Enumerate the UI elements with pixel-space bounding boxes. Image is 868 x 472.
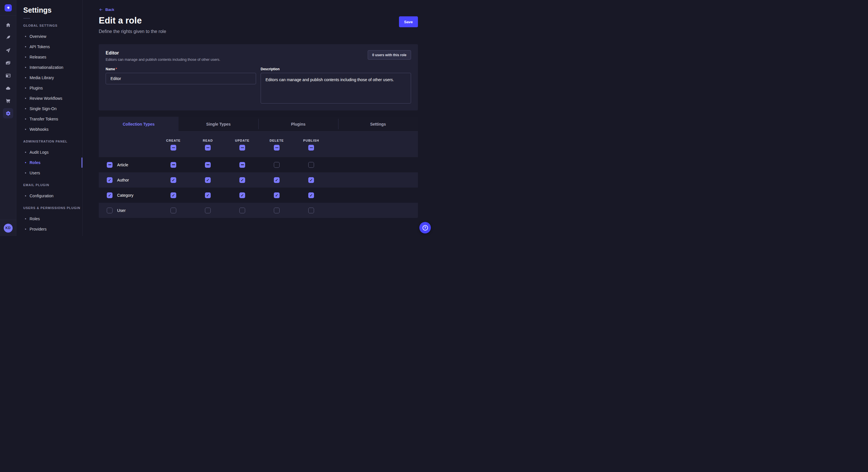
row-checkbox-user[interactable] bbox=[107, 208, 113, 213]
row-label: User bbox=[117, 208, 126, 213]
bullet-icon bbox=[25, 229, 26, 230]
sidebar-item-roles-up[interactable]: Roles bbox=[23, 214, 82, 224]
column-checkboxes-row bbox=[99, 145, 418, 150]
category-create-checkbox[interactable] bbox=[170, 193, 176, 198]
sidebar-item-api-tokens[interactable]: API Tokens bbox=[23, 42, 82, 52]
article-delete-checkbox[interactable] bbox=[274, 162, 280, 168]
user-delete-checkbox[interactable] bbox=[274, 208, 280, 213]
column-labels-row: CREATE READ UPDATE DELETE PUBLISH bbox=[99, 139, 418, 142]
save-button[interactable]: Save bbox=[399, 16, 418, 27]
bullet-icon bbox=[25, 98, 26, 99]
author-create-checkbox[interactable] bbox=[170, 177, 176, 183]
sidebar-item-overview[interactable]: Overview bbox=[23, 31, 82, 42]
title-divider bbox=[23, 18, 30, 19]
sidebar-item-media-library[interactable]: Media Library bbox=[23, 72, 82, 83]
name-input[interactable]: Editor bbox=[105, 73, 256, 84]
app-strip-footer: KD bbox=[0, 220, 16, 236]
back-label: Back bbox=[105, 7, 114, 12]
sidebar-item-releases[interactable]: Releases bbox=[23, 52, 82, 62]
author-update-checkbox[interactable] bbox=[239, 177, 245, 183]
bullet-icon bbox=[25, 152, 26, 153]
media-library-icon[interactable] bbox=[3, 58, 13, 68]
user-read-checkbox[interactable] bbox=[205, 208, 211, 213]
select-all-publish-checkbox[interactable] bbox=[308, 145, 314, 150]
user-update-checkbox[interactable] bbox=[239, 208, 245, 213]
sidebar-item-providers[interactable]: Providers bbox=[23, 224, 82, 234]
author-read-checkbox[interactable] bbox=[205, 177, 211, 183]
select-all-update-checkbox[interactable] bbox=[239, 145, 245, 150]
user-publish-checkbox[interactable] bbox=[308, 208, 314, 213]
column-header-update: UPDATE bbox=[235, 139, 249, 142]
column-header-read: READ bbox=[203, 139, 213, 142]
bullet-icon bbox=[25, 77, 26, 78]
row-checkbox-author[interactable] bbox=[107, 177, 113, 183]
sidebar-item-single-sign-on[interactable]: Single Sign-On bbox=[23, 103, 82, 114]
tab-plugins[interactable]: Plugins bbox=[258, 117, 338, 132]
sidebar-item-webhooks[interactable]: Webhooks bbox=[23, 124, 82, 134]
arrow-left-icon bbox=[99, 7, 103, 12]
bullet-icon bbox=[25, 46, 26, 47]
cloud-icon[interactable] bbox=[3, 83, 13, 93]
row-label: Article bbox=[117, 163, 128, 167]
nav-section-global: Overview API Tokens Releases Internation… bbox=[23, 31, 82, 134]
sidebar-item-audit-logs[interactable]: Audit Logs bbox=[23, 147, 82, 158]
settings-gear-icon[interactable] bbox=[3, 108, 13, 119]
strapi-logo[interactable] bbox=[5, 4, 12, 11]
author-delete-checkbox[interactable] bbox=[274, 177, 280, 183]
main-content: Back Edit a role Define the rights given… bbox=[83, 0, 434, 236]
sidebar-item-roles-admin[interactable]: Roles bbox=[23, 158, 82, 168]
sidebar-item-internationalization[interactable]: Internationalization bbox=[23, 62, 82, 72]
column-header-create: CREATE bbox=[166, 139, 181, 142]
required-asterisk: * bbox=[116, 67, 117, 71]
row-checkbox-category[interactable] bbox=[107, 193, 113, 198]
description-textarea[interactable]: Editors can manage and publish contents … bbox=[260, 73, 411, 103]
permissions-card: Collection Types Single Types Plugins Se… bbox=[99, 117, 418, 218]
user-create-checkbox[interactable] bbox=[170, 208, 176, 213]
nav-section-heading-admin-panel: ADMINISTRATION PANEL bbox=[23, 139, 82, 143]
sidebar-item-plugins[interactable]: Plugins bbox=[23, 83, 82, 93]
article-create-checkbox[interactable] bbox=[170, 162, 176, 168]
page-subtitle: Define the rights given to the role bbox=[99, 29, 166, 34]
row-checkbox-article[interactable] bbox=[107, 162, 113, 168]
layout-builder-icon[interactable] bbox=[3, 70, 13, 80]
content-feather-icon[interactable] bbox=[3, 32, 13, 43]
back-link[interactable]: Back bbox=[99, 7, 114, 12]
bullet-icon bbox=[25, 162, 26, 163]
active-indicator bbox=[82, 158, 82, 168]
category-update-checkbox[interactable] bbox=[239, 193, 245, 198]
app-logo-section bbox=[0, 0, 16, 16]
sidebar-item-configuration[interactable]: Configuration bbox=[23, 191, 82, 201]
bullet-icon bbox=[25, 36, 26, 37]
article-read-checkbox[interactable] bbox=[205, 162, 211, 168]
page-title: Edit a role bbox=[99, 16, 166, 26]
bullet-icon bbox=[25, 88, 26, 89]
permissions-tabbar: Collection Types Single Types Plugins Se… bbox=[99, 117, 418, 132]
bullet-icon bbox=[25, 172, 26, 173]
nav-section-heading-email-plugin: EMAIL PLUGIN bbox=[23, 183, 82, 187]
table-row-user: User bbox=[99, 203, 418, 218]
home-icon[interactable] bbox=[3, 20, 13, 30]
users-with-role-badge[interactable]: 0 users with this role bbox=[368, 50, 411, 60]
tab-collection-types[interactable]: Collection Types bbox=[99, 117, 179, 132]
sidebar-item-users[interactable]: Users bbox=[23, 168, 82, 178]
category-read-checkbox[interactable] bbox=[205, 193, 211, 198]
send-plane-icon[interactable] bbox=[3, 45, 13, 55]
select-all-delete-checkbox[interactable] bbox=[274, 145, 280, 150]
category-publish-checkbox[interactable] bbox=[308, 193, 314, 198]
tab-single-types[interactable]: Single Types bbox=[179, 117, 258, 132]
permissions-header: CREATE READ UPDATE DELETE PUBLISH bbox=[99, 132, 418, 157]
sidebar-item-review-workflows[interactable]: Review Workflows bbox=[23, 93, 82, 103]
author-publish-checkbox[interactable] bbox=[308, 177, 314, 183]
category-delete-checkbox[interactable] bbox=[274, 193, 280, 198]
bullet-icon bbox=[25, 67, 26, 68]
help-button[interactable] bbox=[420, 222, 431, 233]
description-field: Description Editors can manage and publi… bbox=[260, 67, 411, 103]
tab-settings[interactable]: Settings bbox=[338, 117, 418, 132]
select-all-create-checkbox[interactable] bbox=[170, 145, 176, 150]
sidebar-item-transfer-tokens[interactable]: Transfer Tokens bbox=[23, 114, 82, 124]
user-avatar[interactable]: KD bbox=[4, 224, 12, 233]
select-all-read-checkbox[interactable] bbox=[205, 145, 211, 150]
marketplace-cart-icon[interactable] bbox=[3, 96, 13, 106]
article-publish-checkbox[interactable] bbox=[308, 162, 314, 168]
article-update-checkbox[interactable] bbox=[239, 162, 245, 168]
